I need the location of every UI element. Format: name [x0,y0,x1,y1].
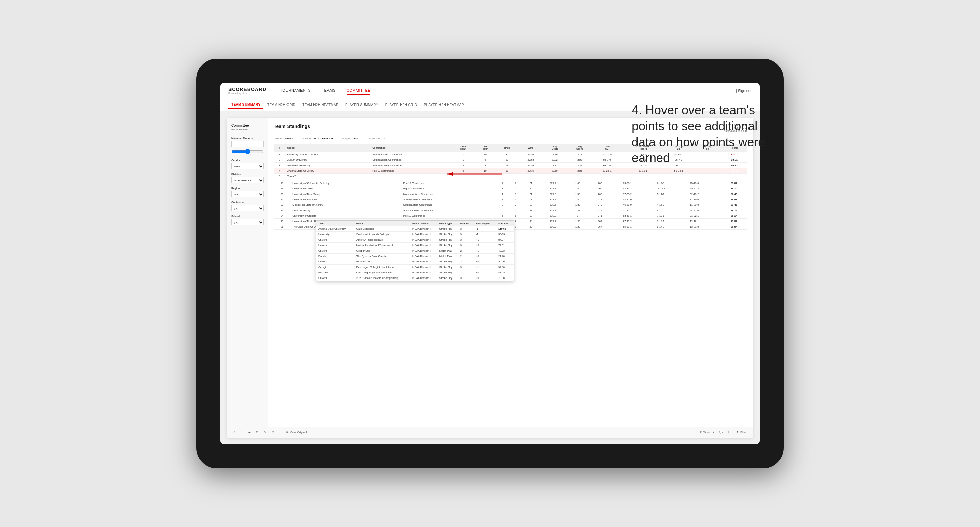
popup-row: Arizona State University Cato Collegiate… [316,226,514,232]
table-row: 20 University of New Mexico Mountain Wes… [274,192,748,197]
undo-button[interactable]: ↩ [232,431,235,434]
report-title: Team Standings [274,124,310,129]
filter-label-school: School [231,215,264,218]
table-row: 21 University of Alabama Southeastern Co… [274,197,748,202]
popup-row: Univers Copper Cup NCAA Division I Match… [316,248,514,254]
filter-select-division[interactable]: NCAA Division I [231,177,264,183]
nav-links: TOURNAMENTS TEAMS COMMITTEE [280,87,736,95]
annotation-area: 4. Hover over a team's points to see add… [632,102,775,166]
popup-col-rounds: Rounds [458,221,474,226]
filter-select-region[interactable]: N/A [231,191,264,197]
popup-row: University Southern Highlands Collegiate… [316,232,514,237]
col-no-tour: NoTour [475,144,495,152]
left-sidebar: Committee Portal Review Minimum Rounds G… [227,118,268,427]
filter-label-min-rounds: Minimum Rounds [231,137,264,140]
share-button[interactable]: ⬆ Share [737,431,748,434]
filter-region-display: Region: All [342,137,358,140]
col-rank: # [274,144,285,152]
expand-button[interactable]: ⛶ [728,431,731,434]
filter-select-conference[interactable]: (All) [231,205,264,211]
toolbar-icon-1[interactable]: ⇄ [248,431,251,434]
toolbar-icon-2[interactable]: ⊞ [256,431,258,434]
table-row: 23 Duke University Atlantic Coast Confer… [274,208,748,213]
eye-icon: 👁 [286,431,288,434]
nav-tournaments[interactable]: TOURNAMENTS [280,87,311,95]
sidebar-subtitle: Portal Review [231,128,264,131]
popup-row: Univers 2023 Sahalee Players Championshi… [316,275,514,281]
nav-teams[interactable]: TEAMS [322,87,335,95]
watch-icon: 👁 [699,431,702,434]
popup-row: Univers Williams Cup NCAA Division I Str… [316,259,514,265]
col-school: School [285,144,371,152]
col-adj-score: Adj.Score [542,144,567,152]
popup-col-event-type: Event Type [438,221,458,226]
points-popup: Team Event Event Division Event Type Rou… [316,221,514,281]
filter-input-min-rounds[interactable] [231,141,264,147]
popup-row: East Tee OFCC Fighting Illini Invitation… [316,270,514,275]
watch-button[interactable]: 👁 Watch ▾ [699,431,714,434]
filter-conference-display: Conference: All [366,137,386,140]
annotation-text: 4. Hover over a team's points to see add… [632,102,775,166]
toolbar-right: 👁 Watch ▾ 💬 ⛶ ⬆ Share [699,431,748,434]
subnav-team-h2h-grid[interactable]: TEAM H2H GRID [265,102,298,108]
arrow-svg [441,164,509,184]
toolbar-icon-3[interactable]: ✎ [264,431,266,434]
logo-sub: Powered by clippi [228,92,266,95]
subnav-player-h2h-grid[interactable]: PLAYER H2H GRID [382,102,420,108]
table-row-highlighted: 4 Arizona State University Pac-12 Confer… [274,168,748,174]
table-row: 18 University of California, Berkeley Pa… [274,181,748,186]
nav-committee[interactable]: COMMITTEE [347,87,371,95]
popup-row: Georgia Ben Hogan Collegiate Invitationa… [316,265,514,270]
filter-label-division: Division [231,173,264,176]
filter-label-region: Region [231,187,264,190]
table-row: 22 Mississippi State University Southeas… [274,202,748,208]
subnav-team-h2h-heatmap[interactable]: TEAM H2H HEATMAP [299,102,341,108]
popup-col-rank-impact: Rank Impact [474,221,496,226]
view-original-button[interactable]: 👁 View: Original [286,431,307,434]
toolbar-separator [280,430,280,435]
popup-col-w-points: W Points [496,221,514,226]
top-navigation: SCOREBOARD Powered by clippi TOURNAMENTS… [220,83,760,99]
sign-out-button[interactable]: | Sign out [736,89,752,93]
popup-row: Univers Amer An Intercollegiate NCAA Div… [316,237,514,243]
subnav-player-summary[interactable]: PLAYER SUMMARY [342,102,381,108]
share-icon: ⬆ [737,431,739,434]
col-conference: Conference [371,144,452,152]
popup-col-event-division: Event Division [410,221,438,226]
col-conf-rank: ConfRank [452,144,475,152]
popup-row: Florida I The Cypress Point Classic NCAA… [316,254,514,259]
sidebar-title: Committee [231,124,264,127]
comment-button[interactable]: 💬 [719,431,723,434]
logo-area: SCOREBOARD Powered by clippi [228,87,266,95]
subnav-team-summary[interactable]: TEAM SUMMARY [228,102,263,108]
filter-label-conference: Conference [231,201,264,204]
filter-select-school[interactable]: (All) [231,219,264,225]
logo-text: SCOREBOARD [228,87,266,92]
col-low-sg: LowSG [592,144,622,152]
popup-col-team: Team [316,221,355,226]
table-row: 24 University of Oregon Pac-12 Conferenc… [274,213,748,219]
table-row: 5 Texas T... [274,174,748,179]
popup-table: Team Event Event Division Event Type Rou… [316,221,514,281]
col-avg-score: AvgScore [567,144,592,152]
filter-input-min-rounds-2[interactable] [231,148,264,155]
popup-row: Univers National Invitational Tournament… [316,243,514,248]
popup-col-event: Event [355,221,410,226]
bottom-toolbar: ↩ ↪ ⇄ ⊞ ✎ ⏱ 👁 View: Original 👁 Watch ▾ [227,427,753,438]
subnav-player-h2h-heatmap[interactable]: PLAYER H2H HEATMAP [421,102,466,108]
col-rnds: Rnds [495,144,518,152]
col-wins: Wins [519,144,543,152]
toolbar-icon-4[interactable]: ⏱ [272,431,275,434]
filter-gender-display: Gender: Men's [274,137,293,140]
filter-select-gender[interactable]: Men's [231,163,264,169]
redo-button[interactable]: ↪ [240,431,243,434]
table-row: 19 University of Texas Big 12 Conference… [274,186,748,192]
filter-label-gender: Gender [231,159,264,162]
filter-division-display: Division: NCAA Division I [301,137,334,140]
